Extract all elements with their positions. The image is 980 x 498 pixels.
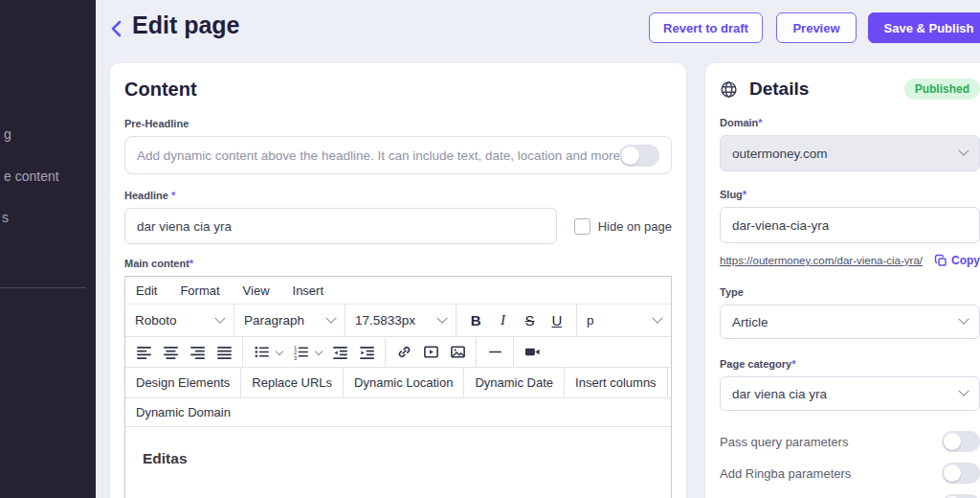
chevron-down-icon xyxy=(325,312,336,323)
bullet-list-icon[interactable] xyxy=(250,340,273,365)
add-ringba-parameters-label: Add Ringba parameters xyxy=(720,466,851,481)
menu-view[interactable]: View xyxy=(243,283,270,298)
italic-button[interactable]: I xyxy=(492,312,513,328)
indent-icon[interactable] xyxy=(355,340,378,365)
pass-query-parameters-label: Pass query parameters xyxy=(720,435,848,449)
chevron-down-icon xyxy=(958,314,969,325)
headline-input[interactable] xyxy=(124,208,557,244)
type-select[interactable]: Article xyxy=(720,305,980,339)
editor-custom-buttons-row: Design Elements Replace URLs Dynamic Loc… xyxy=(125,368,671,398)
domain-label: Domain* xyxy=(720,117,980,128)
media-embed-icon[interactable] xyxy=(419,340,442,365)
editor-custom-buttons-row2: Dynamic Domain xyxy=(125,398,671,427)
required-asterisk: * xyxy=(743,189,746,200)
insert-group xyxy=(386,337,477,367)
list-group: 123 xyxy=(243,337,386,367)
image-icon[interactable] xyxy=(446,340,469,365)
bullet-list-chevron-icon[interactable] xyxy=(276,347,283,354)
editor-toolbar-row2: 123 xyxy=(125,337,671,368)
main-content-label: Main content* xyxy=(124,258,672,269)
paragraph-style-value: Paragraph xyxy=(244,313,304,328)
font-family-value: Roboto xyxy=(135,313,177,328)
align-left-icon[interactable] xyxy=(132,340,155,365)
font-size-select[interactable]: 17.5833px xyxy=(345,305,457,336)
element-path-select[interactable]: p xyxy=(577,305,671,336)
video-group xyxy=(514,337,550,367)
preview-button[interactable]: Preview xyxy=(776,12,857,43)
content-heading: Content xyxy=(124,79,672,101)
copy-url-button[interactable]: Copy xyxy=(934,254,980,267)
outdent-icon[interactable] xyxy=(328,340,351,365)
toggle-knob xyxy=(944,433,961,450)
sidebar-divider xyxy=(0,287,86,288)
required-asterisk: * xyxy=(791,358,795,370)
editor-toolbar-row1: Roboto Paragraph 17.5833px B I S U p xyxy=(125,305,671,337)
video-camera-icon[interactable] xyxy=(521,340,544,365)
chevron-down-icon xyxy=(436,312,447,323)
sidebar: g e content s xyxy=(0,0,96,498)
sidebar-item-3[interactable]: s xyxy=(2,210,9,225)
page-title: Edit page xyxy=(132,11,240,39)
design-elements-button[interactable]: Design Elements xyxy=(125,368,241,397)
align-center-icon[interactable] xyxy=(159,340,182,365)
revert-to-draft-button[interactable]: Revert to draft xyxy=(649,12,763,43)
numbered-list-chevron-icon[interactable] xyxy=(315,347,323,354)
editor-body[interactable]: Editas xyxy=(125,427,671,498)
align-right-icon[interactable] xyxy=(186,340,209,365)
insert-columns-button[interactable]: Insert columns xyxy=(565,368,668,397)
paragraph-style-select[interactable]: Paragraph xyxy=(234,305,345,336)
back-chevron-icon[interactable] xyxy=(109,19,124,38)
pre-headline-label: Pre-Headline xyxy=(124,118,672,129)
dynamic-date-button[interactable]: Dynamic Date xyxy=(464,368,565,397)
chevron-down-icon xyxy=(652,312,662,323)
page-category-value: dar viena cia yra xyxy=(732,387,827,401)
strikethrough-button[interactable]: S xyxy=(520,312,541,328)
pass-query-parameters-toggle[interactable] xyxy=(942,431,980,452)
pre-headline-field xyxy=(124,136,672,174)
delayed-image-loading-row: Enable delayed image loading xyxy=(720,494,980,498)
chevron-down-icon xyxy=(958,146,969,156)
details-heading: Details xyxy=(749,79,904,100)
dynamic-domain-button[interactable]: Dynamic Domain xyxy=(125,398,241,426)
required-asterisk: * xyxy=(189,258,193,269)
element-path-value: p xyxy=(587,313,594,328)
align-justify-icon[interactable] xyxy=(212,340,235,365)
link-icon[interactable] xyxy=(392,340,415,365)
menu-edit[interactable]: Edit xyxy=(136,283,157,298)
menu-insert[interactable]: Insert xyxy=(293,283,324,298)
pre-headline-input[interactable] xyxy=(137,148,619,163)
headline-label-text: Headline xyxy=(124,190,171,201)
domain-value: outermoney.com xyxy=(732,147,828,161)
align-group xyxy=(125,337,243,367)
hide-on-page-checkbox[interactable] xyxy=(574,218,590,235)
page-category-label: Page category* xyxy=(720,358,980,370)
chevron-down-icon xyxy=(214,312,225,323)
domain-select[interactable]: outermoney.com xyxy=(720,135,980,171)
sidebar-item-2[interactable]: e content xyxy=(4,169,59,184)
add-ringba-parameters-toggle[interactable] xyxy=(942,463,980,484)
delayed-image-loading-toggle[interactable] xyxy=(942,494,980,498)
underline-button[interactable]: U xyxy=(546,312,568,328)
replace-urls-button[interactable]: Replace URLs xyxy=(241,368,344,397)
slug-label: Slug* xyxy=(720,189,980,200)
font-family-select[interactable]: Roboto xyxy=(125,305,234,336)
page-url-link[interactable]: https://outermoney.com/dar-viena-cia-yra… xyxy=(720,255,923,266)
pre-headline-toggle[interactable] xyxy=(619,145,659,167)
domain-label-text: Domain xyxy=(720,117,758,128)
slug-input[interactable] xyxy=(720,207,980,243)
type-label: Type xyxy=(720,286,980,298)
numbered-list-icon[interactable]: 123 xyxy=(289,340,312,365)
add-ringba-parameters-row: Add Ringba parameters xyxy=(720,463,980,484)
type-value: Article xyxy=(732,315,768,329)
required-asterisk: * xyxy=(758,117,762,128)
horizontal-rule-icon[interactable] xyxy=(483,340,506,365)
sidebar-item-1[interactable]: g xyxy=(4,126,11,142)
slug-label-text: Slug xyxy=(720,189,743,200)
bold-button[interactable]: B xyxy=(465,312,486,328)
menu-format[interactable]: Format xyxy=(180,283,219,298)
page-category-select[interactable]: dar viena cia yra xyxy=(720,376,980,411)
dynamic-location-button[interactable]: Dynamic Location xyxy=(344,368,464,397)
editor-menubar: Edit Format View Insert xyxy=(125,277,671,305)
pass-query-parameters-row: Pass query parameters xyxy=(720,431,980,452)
save-publish-button[interactable]: Save & Publish xyxy=(868,12,980,43)
